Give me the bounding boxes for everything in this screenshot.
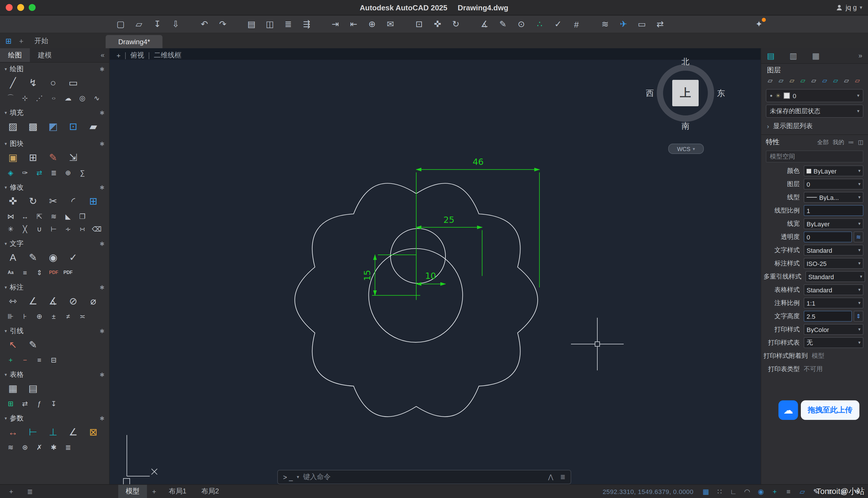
tab-layer-states[interactable]: ▥ (789, 51, 797, 60)
add-leader-button[interactable]: + (4, 354, 17, 365)
dynamic-input-button[interactable]: + (770, 486, 779, 496)
viewport-controls[interactable]: + 俯视 二维线框 (117, 51, 181, 60)
layer-properties-button[interactable]: ≋ (598, 17, 612, 31)
explode-button[interactable]: ✳ (4, 223, 17, 234)
polar-tracking-button[interactable]: ◠ (742, 486, 752, 496)
wcs-dropdown[interactable]: WCS ▾ (668, 144, 704, 154)
batch-plot-button[interactable]: ⇶ (300, 17, 313, 31)
solid-hatch-button[interactable]: ▩ (25, 119, 41, 134)
align-leaders-button[interactable]: ≡ (33, 354, 45, 365)
insert-block-button[interactable]: ▣ (4, 150, 21, 166)
dimension-button[interactable]: ⇿ (4, 293, 21, 309)
tab-layout2[interactable]: 布局2 (194, 485, 226, 498)
snap-mode-button[interactable]: ∷ (715, 486, 724, 496)
lengthen-button[interactable]: ⊢ (48, 223, 60, 234)
layer-lock-button[interactable]: ▱ (788, 76, 796, 85)
rectangle-button[interactable]: ▭ (65, 75, 82, 91)
erase-button[interactable]: ⌫ (91, 223, 103, 234)
layer-state-selector[interactable]: 未保存的图层状态 ▾ (766, 105, 864, 118)
polyline-button[interactable]: ↯ (25, 75, 41, 91)
offset-button[interactable]: ≋ (48, 211, 60, 222)
trim-button[interactable]: ✂ (45, 194, 62, 209)
vertical-constraint-button[interactable]: ⊥ (45, 424, 62, 440)
manage-attributes-button[interactable]: ≣ (48, 167, 60, 178)
property-control[interactable]: ISO-25▾ (804, 258, 864, 269)
cloud-upload-icon[interactable]: ☁ (778, 401, 798, 420)
tab-model[interactable]: 模型 (118, 485, 147, 498)
layer-new-button[interactable]: ▱ (799, 76, 807, 85)
edit-attribute-button[interactable]: ✑ (19, 167, 31, 178)
orbit-button[interactable]: ↻ (449, 17, 463, 31)
section-caret-icon[interactable]: ▾ (4, 416, 7, 421)
tolerance-button[interactable]: ± (48, 311, 60, 322)
section-settings-icon[interactable]: ✱ (99, 110, 105, 116)
multiline-text-button[interactable]: A (4, 250, 21, 265)
property-control[interactable]: 1 (804, 205, 864, 216)
write-block-button[interactable]: ⇲ (65, 150, 82, 166)
zoom-window-button[interactable]: ⊡ (412, 17, 426, 31)
viewcube-west[interactable]: 西 (646, 89, 654, 99)
dim-baseline-button[interactable]: ⊪ (4, 311, 17, 322)
dim-radius-button[interactable]: ⊘ (65, 293, 82, 309)
command-expand-icon[interactable]: ⋀ (548, 473, 553, 481)
command-line[interactable]: > _ ▾ 键入命令 ⋀ ≣ (277, 470, 571, 484)
filter-all-button[interactable]: 全部 (817, 138, 829, 146)
property-control[interactable]: ByColor▾ (804, 324, 864, 335)
spell-check-button[interactable]: ✓ (65, 250, 82, 265)
arc-button[interactable]: ⌒ (4, 92, 17, 103)
etransmit-button[interactable]: ✉ (383, 17, 397, 31)
import-button[interactable]: ⇥ (328, 17, 342, 31)
property-control[interactable]: 0▾ (804, 179, 864, 189)
remove-leader-button[interactable]: − (19, 354, 31, 365)
auto-constrain-button[interactable]: ⊛ (19, 442, 31, 453)
layer-selector[interactable]: ● ☀ 0 ▾ (766, 89, 864, 102)
boundary-button[interactable]: ⊡ (65, 119, 82, 134)
construction-line-button[interactable]: ⋰ (33, 92, 45, 103)
multileader-button[interactable]: ↖ (4, 337, 21, 353)
chamfer-button[interactable]: ◣ (62, 211, 74, 222)
app-grid-icon[interactable]: ⊞ (2, 33, 15, 48)
section-settings-icon[interactable]: ✱ (99, 241, 105, 247)
new-file-button[interactable]: ▢ (114, 17, 127, 31)
multileader-style-button[interactable]: ✎ (25, 337, 41, 353)
aligned-constraint-button[interactable]: ∠ (65, 424, 82, 440)
copy-button[interactable]: ❐ (76, 211, 89, 222)
page-setup-button[interactable]: ≣ (281, 17, 295, 31)
array-button[interactable]: ⊞ (85, 194, 101, 209)
selection-scope[interactable]: 模型空间 (766, 150, 864, 162)
sync-settings-button[interactable]: ⇄ (653, 17, 667, 31)
close-window-button[interactable] (6, 4, 13, 11)
text-align-button[interactable]: ≡ (19, 267, 31, 278)
hatch-button[interactable]: ▨ (4, 119, 21, 134)
revision-cloud-button[interactable]: ☁ (62, 92, 74, 103)
lock-constraint-button[interactable]: ⊠ (85, 424, 101, 440)
isolate-objects-button[interactable]: ▣ (839, 486, 849, 496)
section-settings-icon[interactable]: ✱ (99, 66, 105, 73)
layer-previous-button[interactable]: ▱ (842, 76, 851, 85)
section-settings-icon[interactable]: ✱ (99, 184, 105, 191)
wipeout-button[interactable]: ▰ (85, 119, 101, 134)
section-caret-icon[interactable]: ▾ (4, 185, 7, 190)
property-control[interactable]: 0 (804, 232, 852, 243)
break-button[interactable]: ╳ (19, 223, 31, 234)
quick-dim-button[interactable]: ≍ (76, 311, 89, 322)
block-count-button[interactable]: ∑ (76, 167, 89, 178)
collapse-palette-button[interactable]: « (101, 48, 109, 62)
transparency-slider-icon[interactable]: ≋ (854, 232, 864, 243)
new-layout-button[interactable]: + (147, 485, 161, 498)
tab-layout1[interactable]: 布局1 (161, 485, 194, 498)
section-caret-icon[interactable]: ▾ (4, 241, 7, 246)
dim-angular-button[interactable]: ∡ (45, 293, 62, 309)
edit-text-button[interactable]: ✎ (25, 250, 41, 265)
set-base-point-button[interactable]: ⊕ (62, 167, 74, 178)
attach-reference-button[interactable]: ⊕ (365, 17, 379, 31)
property-control[interactable]: Standard▾ (804, 284, 864, 295)
show-layer-list-link[interactable]: › 显示图层列表 (761, 119, 868, 133)
property-control[interactable]: Standard▾ (804, 245, 864, 255)
measure-button[interactable]: ∡ (478, 17, 491, 31)
mirror-button[interactable]: ⋈ (4, 211, 17, 222)
property-control[interactable]: Standard▾ (805, 271, 865, 282)
text-height-icon[interactable]: ⇕ (854, 311, 864, 322)
view-direction-control[interactable]: 俯视 (130, 51, 144, 60)
export-table-button[interactable]: ↧ (48, 398, 60, 409)
